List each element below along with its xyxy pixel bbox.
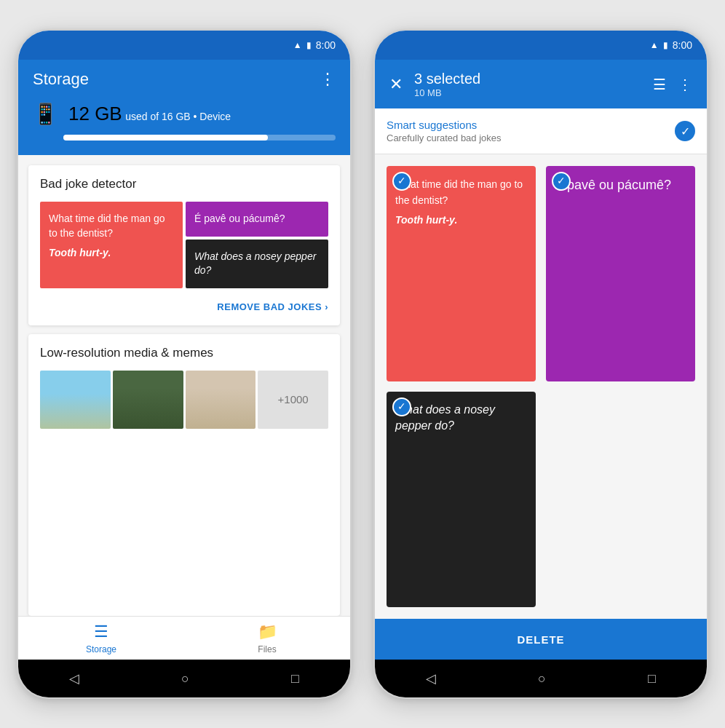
selection-header: ✕ 3 selected 10 MB ☰ ⋮ <box>375 60 707 108</box>
selected-joke-2[interactable]: ✓ É pavê ou pácumê? <box>546 166 695 381</box>
media-thumb-more[interactable]: +1000 <box>258 371 328 429</box>
smart-suggestions-subtitle: Carefully curated bad jokes <box>387 132 502 143</box>
nav-storage[interactable]: ☰ Storage <box>18 622 184 654</box>
home-button-2[interactable]: ○ <box>538 671 546 687</box>
system-nav-phone2: ◁ ○ □ <box>375 660 707 697</box>
joke-tile-dark: What does a nosey pepper do? <box>186 240 328 288</box>
storage-nav-icon: ☰ <box>94 622 108 641</box>
joke2-question: É pavê ou pácumê? <box>194 213 285 224</box>
status-bar-phone1: ▲ ▮ 8:00 <box>18 31 350 60</box>
time-display-2: 8:00 <box>673 39 692 51</box>
joke-tile-red: What time did the man go to the dentist?… <box>40 202 183 288</box>
sel-joke2-question: É pavê ou pácumê? <box>555 178 671 192</box>
header-right: ☰ ⋮ <box>653 76 692 93</box>
selected-count: 3 selected <box>414 70 480 87</box>
check-badge-3: ✓ <box>392 397 411 416</box>
files-nav-icon: 📁 <box>258 622 277 641</box>
signal-icon-2: ▲ <box>650 40 659 50</box>
delete-bar[interactable]: DELETE <box>375 619 707 660</box>
storage-nav-label: Storage <box>86 644 116 654</box>
chevron-right-icon: › <box>325 301 328 312</box>
more-count: +1000 <box>278 393 309 405</box>
status-icons: ▲ ▮ 8:00 <box>293 39 336 51</box>
media-thumb-3[interactable] <box>186 371 256 429</box>
phone1: ▲ ▮ 8:00 Storage ⋮ 📱 12 GB used of 16 GB… <box>17 29 352 699</box>
nav-files[interactable]: 📁 Files <box>184 622 350 654</box>
remove-bad-jokes-button[interactable]: REMOVE BAD JOKES › <box>40 298 328 314</box>
files-nav-label: Files <box>258 644 276 654</box>
phone1-body: Bad joke detector What time did the man … <box>18 155 350 616</box>
checkmark-icon: ✓ <box>681 124 690 138</box>
check-badge-2: ✓ <box>552 172 571 191</box>
bad-joke-title: Bad joke detector <box>40 177 328 191</box>
storage-header: Storage ⋮ 📱 12 GB used of 16 GB • Device <box>18 60 350 155</box>
back-button-2[interactable]: ◁ <box>426 670 436 687</box>
storage-text: 12 GB used of 16 GB • Device <box>68 103 231 125</box>
storage-used: 12 GB <box>68 103 122 124</box>
joke1-question: What time did the man go to the dentist? <box>49 213 165 239</box>
more-button[interactable]: ⋮ <box>320 70 336 89</box>
select-all-button[interactable]: ✓ <box>675 121 695 141</box>
storage-bar-fill <box>63 135 268 141</box>
phone-device-icon: 📱 <box>33 102 58 126</box>
phone2-body: ✓ What time did the man go to the dentis… <box>375 154 707 619</box>
smart-suggestions-bar: Smart suggestions Carefully curated bad … <box>375 108 707 154</box>
time-display: 8:00 <box>316 39 336 51</box>
bottom-nav: ☰ Storage 📁 Files <box>18 616 350 660</box>
joke1-punchline: Tooth hurt-y. <box>49 246 174 261</box>
close-button[interactable]: ✕ <box>389 75 403 94</box>
media-grid: +1000 <box>40 371 328 429</box>
selected-info: 3 selected 10 MB <box>414 70 480 98</box>
jokes-grid: What time did the man go to the dentist?… <box>40 202 328 288</box>
storage-bar-background <box>63 135 336 141</box>
system-nav-phone1: ◁ ○ □ <box>18 660 350 697</box>
smart-suggestions-text: Smart suggestions Carefully curated bad … <box>387 119 502 143</box>
media-thumb-1[interactable] <box>40 371 111 429</box>
recents-button-2[interactable]: □ <box>648 671 656 687</box>
selected-size: 10 MB <box>414 87 480 98</box>
selected-joke-1[interactable]: ✓ What time did the man go to the dentis… <box>387 166 536 381</box>
media-title: Low-resolution media & memes <box>40 346 328 360</box>
back-button[interactable]: ◁ <box>69 670 79 687</box>
selection-grid: ✓ What time did the man go to the dentis… <box>375 154 707 619</box>
battery-icon: ▮ <box>306 40 312 50</box>
storage-info: 📱 12 GB used of 16 GB • Device <box>33 102 336 126</box>
list-view-button[interactable]: ☰ <box>653 76 666 93</box>
smart-suggestions-title: Smart suggestions <box>387 119 502 131</box>
remove-label: REMOVE BAD JOKES <box>217 301 322 312</box>
header-left: ✕ 3 selected 10 MB <box>389 70 480 98</box>
selected-joke-3[interactable]: ✓ What does a nosey pepper do? <box>387 392 536 607</box>
header-top: Storage ⋮ <box>33 70 336 89</box>
media-thumb-2[interactable] <box>113 371 183 429</box>
status-bar-phone2: ▲ ▮ 8:00 <box>375 31 707 60</box>
joke3-question: What does a nosey pepper do? <box>194 250 316 277</box>
phones-container: ▲ ▮ 8:00 Storage ⋮ 📱 12 GB used of 16 GB… <box>17 29 708 699</box>
status-icons-2: ▲ ▮ 8:00 <box>650 39 692 51</box>
home-button[interactable]: ○ <box>181 671 189 687</box>
selection-header-top: ✕ 3 selected 10 MB ☰ ⋮ <box>389 70 692 98</box>
media-card: Low-resolution media & memes +1000 <box>28 334 340 616</box>
signal-icon: ▲ <box>293 40 302 50</box>
battery-icon-2: ▮ <box>663 40 668 50</box>
sel-joke1-punchline: Tooth hurt-y. <box>395 213 527 228</box>
phone2: ▲ ▮ 8:00 ✕ 3 selected 10 MB ☰ ⋮ <box>373 29 708 699</box>
bad-joke-card: Bad joke detector What time did the man … <box>28 165 340 325</box>
storage-detail: used of 16 GB • Device <box>125 111 231 122</box>
sel-joke1-question: What time did the man go to the dentist? <box>395 178 523 206</box>
joke-tile-purple: É pavê ou pácumê? <box>186 202 328 237</box>
more-menu-button[interactable]: ⋮ <box>678 76 692 93</box>
delete-button[interactable]: DELETE <box>517 633 564 646</box>
page-title: Storage <box>33 70 89 89</box>
check-badge-1: ✓ <box>392 172 411 191</box>
recents-button[interactable]: □ <box>291 671 299 687</box>
